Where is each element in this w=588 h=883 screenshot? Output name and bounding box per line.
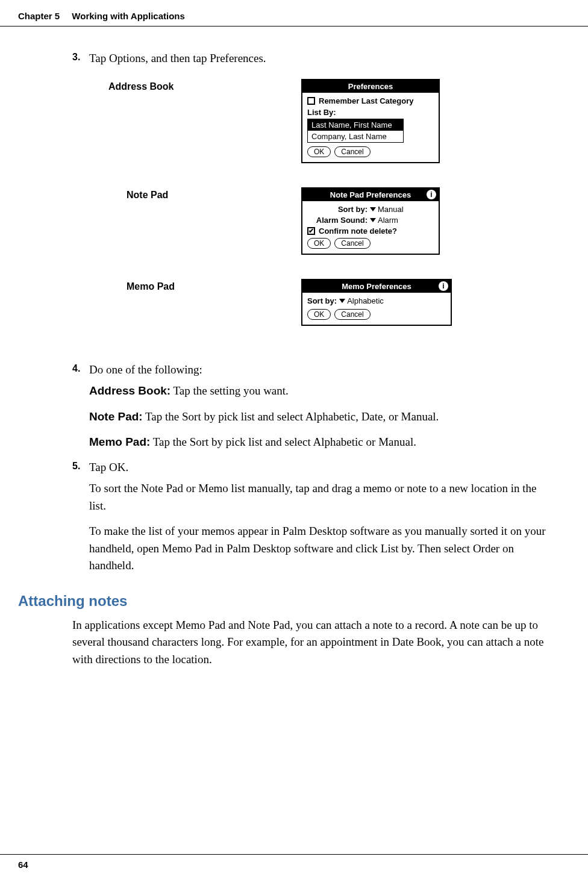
page-header: Chapter 5 Working with Applications	[0, 0, 588, 27]
label: Address Book:	[89, 384, 170, 397]
confirm-delete-row[interactable]: ✔ Confirm note delete?	[307, 226, 434, 236]
info-icon[interactable]: i	[427, 190, 436, 199]
title-text: Note Pad Preferences	[330, 190, 411, 199]
chapter-title: Working with Applications	[72, 11, 185, 21]
label: Memo Pad:	[89, 435, 150, 448]
remember-last-category-row[interactable]: Remember Last Category	[307, 96, 434, 105]
title-text: Memo Preferences	[342, 282, 411, 291]
figure-caption: Memo Pad	[72, 279, 301, 292]
text: Tap the Sort by pick list and select Alp…	[143, 410, 439, 423]
address-preferences-window: Preferences Remember Last Category List …	[301, 79, 440, 163]
sort-by-label: Sort by:	[307, 205, 367, 214]
step-5: 5. Tap OK.	[72, 460, 546, 476]
step-number: 3.	[72, 51, 89, 67]
step-4-address: Address Book: Tap the setting you want.	[89, 382, 546, 400]
sort-by-value: Manual	[378, 205, 404, 214]
step-4-notepad: Note Pad: Tap the Sort by pick list and …	[89, 408, 546, 426]
list-by-label: List By:	[307, 108, 434, 117]
list-by-options[interactable]: Last Name, First Name Company, Last Name	[307, 119, 404, 143]
page-content: 3. Tap Options, and then tap Preferences…	[0, 27, 588, 668]
figure-address-book: Address Book Preferences Remember Last C…	[72, 79, 546, 163]
sort-by-row[interactable]: Sort by: Alphabetic	[307, 296, 446, 305]
page-number: 64	[18, 860, 28, 870]
sort-by-label: Sort by:	[307, 296, 337, 305]
option-lastname-firstname[interactable]: Last Name, First Name	[308, 119, 403, 131]
window-title: Preferences	[302, 80, 439, 93]
sort-by-value: Alphabetic	[347, 296, 384, 305]
section-heading-attaching-notes: Attaching notes	[0, 593, 546, 610]
ok-button[interactable]: OK	[307, 238, 331, 249]
notepad-preferences-window: Note Pad Preferences i Sort by: Manual A…	[301, 187, 440, 255]
dropdown-icon[interactable]	[339, 299, 345, 303]
checkbox-icon[interactable]: ✔	[307, 227, 315, 235]
text: Tap the Sort by pick list and select Alp…	[150, 435, 416, 448]
window-title: Memo Preferences i	[302, 280, 451, 293]
dropdown-icon[interactable]	[370, 218, 376, 222]
alarm-sound-row[interactable]: Alarm Sound: Alarm	[307, 216, 434, 225]
memopad-preferences-window: Memo Preferences i Sort by: Alphabetic O…	[301, 279, 452, 326]
figure-note-pad: Note Pad Note Pad Preferences i Sort by:…	[72, 187, 546, 255]
step-number: 4.	[72, 362, 89, 378]
ok-button[interactable]: OK	[307, 309, 331, 320]
step-4: 4. Do one of the following:	[72, 362, 546, 378]
alarm-sound-label: Alarm Sound:	[307, 216, 367, 225]
remember-label: Remember Last Category	[319, 96, 414, 105]
cancel-button[interactable]: Cancel	[334, 309, 370, 320]
chapter-label: Chapter 5	[18, 11, 60, 21]
section-paragraph: In applications except Memo Pad and Note…	[72, 617, 546, 669]
cancel-button[interactable]: Cancel	[334, 238, 370, 249]
step-5-para1: To sort the Note Pad or Memo list manual…	[89, 480, 546, 514]
figure-memo-pad: Memo Pad Memo Preferences i Sort by: Alp…	[72, 279, 546, 326]
step-text: Tap OK.	[89, 460, 128, 476]
alarm-sound-value: Alarm	[378, 216, 398, 225]
step-5-para2: To make the list of your memos appear in…	[89, 523, 546, 575]
dropdown-icon[interactable]	[370, 207, 376, 211]
option-company-lastname[interactable]: Company, Last Name	[308, 131, 403, 142]
label: Note Pad:	[89, 410, 143, 423]
sort-by-row[interactable]: Sort by: Manual	[307, 205, 434, 214]
step-text: Do one of the following:	[89, 362, 202, 378]
ok-button[interactable]: OK	[307, 146, 331, 157]
step-number: 5.	[72, 460, 89, 476]
text: Tap the setting you want.	[170, 384, 289, 397]
page-footer: 64	[0, 854, 588, 870]
figure-caption: Address Book	[72, 79, 301, 92]
info-icon[interactable]: i	[439, 281, 448, 291]
step-3: 3. Tap Options, and then tap Preferences…	[72, 51, 546, 67]
figure-caption: Note Pad	[72, 187, 301, 201]
checkbox-icon[interactable]	[307, 97, 315, 105]
window-title: Note Pad Preferences i	[302, 189, 439, 201]
step-text: Tap Options, and then tap Preferences.	[89, 51, 266, 67]
step-4-memopad: Memo Pad: Tap the Sort by pick list and …	[89, 434, 546, 451]
confirm-label: Confirm note delete?	[319, 226, 397, 236]
cancel-button[interactable]: Cancel	[334, 146, 370, 157]
